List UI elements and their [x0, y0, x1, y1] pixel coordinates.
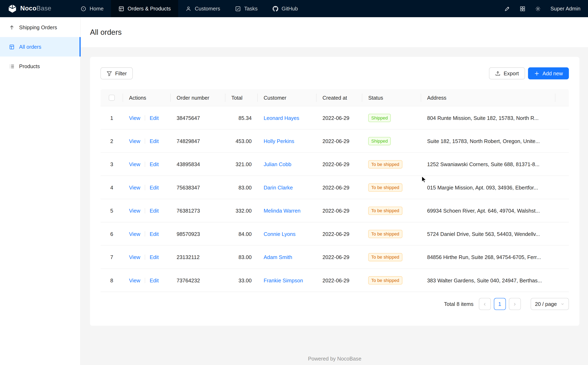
- next-page-button[interactable]: ›: [509, 298, 521, 310]
- chevron-down-icon: [560, 302, 564, 306]
- page-size-value: 20 / page: [535, 301, 557, 307]
- nav-item-tasks[interactable]: Tasks: [228, 0, 265, 17]
- sidebar-item-label: Products: [19, 63, 40, 69]
- add-new-button-label: Add new: [543, 70, 563, 76]
- created-at-cell: 2022-06-29: [317, 277, 362, 283]
- customer-link[interactable]: Darin Clarke: [264, 184, 293, 190]
- customer-cell: Frankie Simpson: [258, 277, 316, 283]
- status-badge: To be shipped: [368, 230, 402, 238]
- customer-link[interactable]: Julian Cobb: [264, 161, 291, 167]
- total-cell: 85.34: [225, 115, 258, 121]
- order-number-cell: 76381273: [171, 208, 225, 214]
- actions-cell: View Edit: [123, 138, 170, 144]
- nav-item-orders-products[interactable]: Orders & Products: [111, 0, 178, 17]
- nav-item-label: Customers: [195, 6, 220, 11]
- customer-cell: Darin Clarke: [258, 184, 316, 190]
- view-link[interactable]: View: [129, 115, 140, 121]
- nocobase-logo[interactable]: NocoBase: [7, 4, 51, 14]
- edit-link[interactable]: Edit: [150, 231, 159, 237]
- view-link[interactable]: View: [129, 184, 140, 190]
- total-cell: 453.00: [225, 138, 258, 144]
- view-link[interactable]: View: [129, 138, 140, 144]
- total-cell: 332.00: [225, 208, 258, 214]
- page-title: All orders: [90, 28, 122, 36]
- customer-link[interactable]: Leonard Hayes: [264, 115, 299, 121]
- view-link[interactable]: View: [129, 161, 140, 167]
- row-index: 2: [101, 138, 123, 144]
- sidebar-item-label: All orders: [19, 44, 41, 50]
- action-divider: [145, 138, 145, 144]
- edit-link[interactable]: Edit: [150, 161, 159, 167]
- row-index: 4: [101, 184, 123, 190]
- prev-page-button[interactable]: ‹: [479, 298, 491, 310]
- export-icon: [495, 70, 501, 76]
- edit-link[interactable]: Edit: [150, 115, 159, 121]
- address-cell: 1252 Swaniawski Corners, Suite 688, 8137…: [421, 161, 555, 167]
- view-link[interactable]: View: [129, 254, 140, 260]
- total-cell: 33.00: [225, 277, 258, 283]
- customer-link[interactable]: Holly Perkins: [264, 138, 294, 144]
- table-row: 7 View Edit 23132112 83.00 Adam Smith 20…: [101, 246, 569, 269]
- address-cell: 84856 Hirthe Run, Suite 268, 94754-6705,…: [421, 254, 555, 260]
- customers-icon: [186, 6, 191, 11]
- view-link[interactable]: View: [129, 231, 140, 237]
- arrow-up-icon: [9, 25, 15, 30]
- sidebar-item-all-orders[interactable]: All orders: [0, 37, 80, 56]
- column-header-customer: Customer: [258, 89, 316, 106]
- customer-link[interactable]: Melinda Warren: [264, 208, 301, 214]
- orders-card: Filter Export: [90, 57, 579, 326]
- actions-cell: View Edit: [123, 231, 170, 237]
- address-cell: 015 Margie Mission, Apt. 093, 34936, Ebe…: [421, 184, 555, 190]
- nav-item-github[interactable]: GitHub: [265, 0, 305, 17]
- nav-item-home[interactable]: Home: [73, 0, 111, 17]
- address-cell: 5724 Daniel Drive, Suite 563, 54403, Wen…: [421, 231, 555, 237]
- customer-link[interactable]: Adam Smith: [264, 254, 292, 260]
- export-button-label: Export: [504, 70, 519, 76]
- user-menu[interactable]: Super Admin: [551, 6, 581, 11]
- status-cell: To be shipped: [362, 230, 421, 238]
- customer-cell: Connie Lyons: [258, 231, 316, 237]
- status-cell: Shipped: [362, 137, 421, 145]
- settings-icon[interactable]: [535, 6, 541, 11]
- customer-cell: Leonard Hayes: [258, 115, 316, 121]
- highlighter-icon[interactable]: [504, 6, 510, 11]
- edit-link[interactable]: Edit: [150, 254, 159, 260]
- status-badge: To be shipped: [368, 183, 402, 191]
- table-row: 6 View Edit 98570923 84.00 Connie Lyons …: [101, 222, 569, 246]
- created-at-cell: 2022-06-29: [317, 208, 362, 214]
- view-link[interactable]: View: [129, 277, 140, 283]
- status-cell: Shipped: [362, 113, 421, 122]
- status-cell: To be shipped: [362, 160, 421, 168]
- action-divider: [145, 208, 145, 213]
- status-badge: To be shipped: [368, 253, 402, 261]
- table-row: 5 View Edit 76381273 332.00 Melinda Warr…: [101, 199, 569, 222]
- table-row: 4 View Edit 75638347 83.00 Darin Clarke …: [101, 176, 569, 199]
- export-button[interactable]: Export: [489, 67, 525, 79]
- filter-button[interactable]: Filter: [101, 67, 133, 79]
- nav-item-customers[interactable]: Customers: [178, 0, 228, 17]
- edit-link[interactable]: Edit: [150, 184, 159, 190]
- select-all-checkbox[interactable]: [109, 95, 115, 100]
- current-page-button[interactable]: 1: [494, 298, 506, 310]
- table-body: 1 View Edit 38475647 85.34 Leonard Hayes…: [101, 106, 569, 292]
- customer-cell: Melinda Warren: [258, 208, 316, 214]
- blocks-icon[interactable]: [520, 6, 525, 11]
- total-cell: 83.00: [225, 254, 258, 260]
- edit-link[interactable]: Edit: [150, 138, 159, 144]
- pagination-total: Total 8 items: [444, 301, 473, 307]
- add-new-button[interactable]: Add new: [528, 67, 569, 79]
- powered-by-footer: Powered by NocoBase: [90, 326, 579, 362]
- customer-link[interactable]: Connie Lyons: [264, 231, 296, 237]
- status-cell: To be shipped: [362, 206, 421, 215]
- sidebar-item-products[interactable]: Products: [0, 56, 80, 76]
- sidebar-item-shipping-orders[interactable]: Shipping Orders: [0, 18, 80, 37]
- actions-cell: View Edit: [123, 115, 170, 121]
- table-row: 8 View Edit 73764232 33.00 Frankie Simps…: [101, 269, 569, 292]
- column-header-actions: Actions: [123, 89, 170, 106]
- address-cell: 69934 Schoen River, Apt. 646, 49704, Wal…: [421, 208, 555, 214]
- page-size-select[interactable]: 20 / page: [530, 298, 569, 310]
- edit-link[interactable]: Edit: [150, 277, 159, 283]
- view-link[interactable]: View: [129, 208, 140, 214]
- customer-link[interactable]: Frankie Simpson: [264, 277, 303, 283]
- edit-link[interactable]: Edit: [150, 208, 159, 214]
